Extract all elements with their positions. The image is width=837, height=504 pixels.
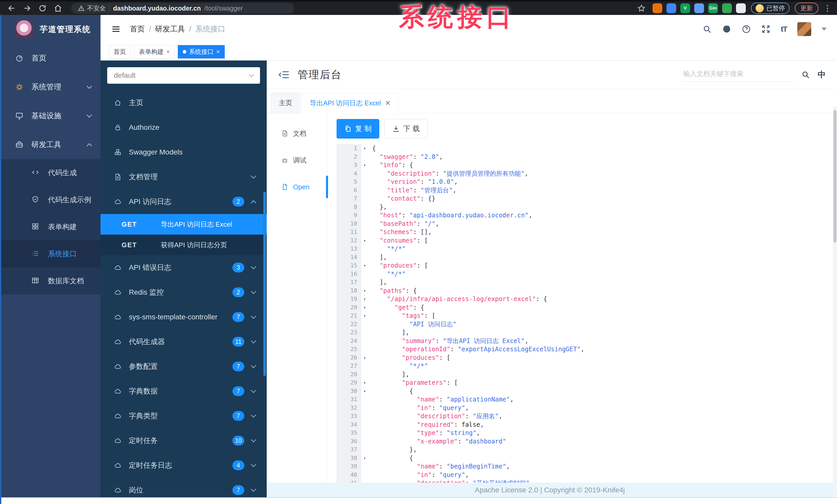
sidebar-subitem-1[interactable]: 代码生成示例 bbox=[0, 186, 101, 213]
fold-marker[interactable]: ▾ bbox=[361, 237, 372, 245]
extension-grid[interactable] bbox=[694, 3, 704, 13]
tag-表单构建[interactable]: 表单构建× bbox=[134, 45, 175, 58]
swagger-json-code[interactable]: 1▾{2 "swagger": "2.0",3▾ "info": {4 "des… bbox=[337, 144, 837, 487]
swagger-menu-item-8[interactable]: 代码生成器11 bbox=[101, 330, 267, 354]
sidebar-subitem-4[interactable]: 数据库文档 bbox=[0, 267, 101, 294]
sidebar-subitem-0[interactable]: 代码生成 bbox=[0, 159, 101, 186]
gear-icon bbox=[15, 83, 24, 91]
profile-chip[interactable]: 已暂停 bbox=[751, 3, 789, 14]
json-string: "*/*" bbox=[387, 245, 406, 253]
breadcrumb-item[interactable]: 首页 bbox=[130, 24, 145, 34]
browser-reload-button[interactable] bbox=[37, 2, 49, 14]
fold-marker[interactable]: ▾ bbox=[361, 261, 372, 270]
browser-back-button[interactable] bbox=[6, 2, 18, 14]
endpoint-label: 获得API 访问日志分页 bbox=[161, 241, 227, 249]
tag-close-icon[interactable]: × bbox=[166, 48, 170, 55]
sidebar-item-0[interactable]: 首页 bbox=[0, 44, 101, 73]
line-number: 27 bbox=[337, 362, 361, 370]
doc-tab-0[interactable]: 主页 bbox=[271, 92, 300, 113]
swagger-menu-item-6[interactable]: Redis 监控2 bbox=[101, 280, 267, 305]
doc-menu-调试[interactable]: 调试 bbox=[267, 147, 327, 173]
code-line-text: "in": "query", bbox=[372, 471, 469, 479]
swagger-menu-item-0[interactable]: 主页 bbox=[101, 90, 267, 115]
address-bar[interactable]: 不安全 dashboard.yudao.iocoder.cn/tool/swag… bbox=[71, 3, 294, 14]
fold-marker[interactable]: ▾ bbox=[361, 378, 372, 387]
fold-marker[interactable]: ▾ bbox=[361, 312, 372, 320]
github-icon[interactable] bbox=[722, 24, 731, 34]
swagger-menu-item-13[interactable]: 定时任务日志4 bbox=[101, 453, 267, 478]
fold-marker[interactable]: ▾ bbox=[361, 303, 372, 312]
sidebar-subitem-3[interactable]: 系统接口 bbox=[0, 240, 101, 267]
copy-button[interactable]: 复 制 bbox=[337, 119, 379, 138]
tag-系统接口[interactable]: 系统接口× bbox=[178, 45, 225, 58]
fold-marker[interactable]: ▾ bbox=[361, 387, 372, 396]
browser-menu-icon[interactable]: ⋮ bbox=[824, 4, 831, 12]
security-warning[interactable]: 不安全 bbox=[78, 4, 106, 12]
font-size-icon[interactable]: tT bbox=[781, 25, 787, 34]
swagger-menu-item-2[interactable]: Swagger Models bbox=[101, 140, 267, 165]
fold-marker[interactable]: ▾ bbox=[361, 161, 372, 169]
extension-gin[interactable]: Gin bbox=[708, 3, 718, 13]
doc-search-input[interactable]: 输入文档关键字搜索 bbox=[683, 68, 794, 82]
extension-drop[interactable] bbox=[666, 3, 676, 13]
fold-marker[interactable]: ▾ bbox=[361, 287, 372, 295]
app-logo[interactable]: 芋道管理系统 bbox=[0, 15, 101, 44]
extension-green[interactable] bbox=[722, 3, 732, 13]
bookmark-star-icon[interactable] bbox=[636, 2, 647, 14]
search-icon[interactable] bbox=[702, 24, 712, 34]
browser-home-button[interactable] bbox=[52, 2, 64, 14]
swagger-menu-item-12[interactable]: 定时任务10 bbox=[101, 428, 267, 453]
doc-menu-文档[interactable]: 文档 bbox=[267, 120, 327, 147]
browser-forward-button[interactable] bbox=[21, 2, 33, 14]
swagger-menu-item-4[interactable]: API 访问日志2 bbox=[101, 189, 267, 214]
chevron-down-icon bbox=[251, 362, 256, 368]
extension-orange[interactable] bbox=[653, 3, 662, 13]
fold-marker bbox=[361, 278, 372, 287]
swagger-menu-item-3[interactable]: 文档管理 bbox=[101, 165, 267, 189]
fold-marker[interactable]: ▾ bbox=[361, 295, 372, 303]
api-group-select[interactable]: default bbox=[107, 67, 260, 84]
code-line-text: "x-example": "dashboard" bbox=[372, 437, 506, 446]
swagger-sidebar-scrollbar[interactable] bbox=[263, 192, 266, 376]
language-toggle[interactable]: 中 bbox=[818, 69, 826, 80]
tag-首页[interactable]: 首页 bbox=[109, 45, 131, 58]
doc-menu-Open[interactable]: Open bbox=[267, 173, 327, 200]
sidebar-item-2[interactable]: 基础设施 bbox=[0, 101, 101, 130]
swagger-endpoint-1[interactable]: GET获得API 访问日志分页 bbox=[101, 235, 267, 255]
page-scrollbar[interactable] bbox=[833, 107, 837, 497]
extension-paw[interactable] bbox=[736, 3, 746, 13]
code-token bbox=[372, 413, 417, 420]
swagger-menu-item-9[interactable]: 参数配置7 bbox=[101, 354, 267, 379]
swagger-endpoint-0[interactable]: GET导出API 访问日志 Excel bbox=[101, 214, 267, 235]
hamburger-icon[interactable] bbox=[111, 24, 121, 34]
swagger-menu-item-5[interactable]: API 错误日志3 bbox=[101, 255, 267, 280]
tab-close-icon[interactable]: ✕ bbox=[385, 99, 391, 107]
user-avatar[interactable] bbox=[797, 22, 811, 36]
fullscreen-icon[interactable] bbox=[761, 24, 770, 34]
sidebar-subitem-label: 数据库文档 bbox=[48, 276, 91, 286]
page-scrollbar-thumb[interactable] bbox=[833, 110, 836, 243]
sidebar-subitem-2[interactable]: 表单构建 bbox=[0, 213, 101, 240]
download-button[interactable]: 下 载 bbox=[385, 119, 428, 138]
swagger-menu-item-1[interactable]: Authorize bbox=[101, 115, 267, 140]
doc-tab-1[interactable]: 导出API 访问日志 Excel✕ bbox=[302, 93, 399, 113]
tag-close-icon[interactable]: × bbox=[216, 48, 220, 55]
extension-vue[interactable]: V bbox=[680, 3, 690, 13]
breadcrumb-item[interactable]: 研发工具 bbox=[155, 24, 185, 34]
json-key: "description" bbox=[387, 170, 435, 177]
fold-marker[interactable]: ▾ bbox=[361, 454, 372, 463]
swagger-menu-item-7[interactable]: sys-sms-template-controller7 bbox=[101, 305, 267, 330]
fold-marker[interactable]: ▾ bbox=[361, 354, 372, 362]
sidebar-item-3[interactable]: 研发工具 bbox=[0, 130, 101, 159]
update-chip[interactable]: 更新 bbox=[795, 3, 818, 14]
swagger-menu-item-11[interactable]: 字典类型7 bbox=[101, 404, 267, 428]
doc-search-icon[interactable] bbox=[801, 70, 810, 79]
sidebar-item-1[interactable]: 系统管理 bbox=[0, 73, 101, 101]
fold-marker[interactable]: ▾ bbox=[361, 144, 372, 153]
help-icon[interactable] bbox=[742, 24, 751, 34]
json-key: "produces" bbox=[379, 262, 417, 269]
swagger-menu-item-10[interactable]: 字典数据7 bbox=[101, 379, 267, 404]
doc-tab-label: 导出API 访问日志 Excel bbox=[310, 99, 381, 108]
collapse-menu-icon[interactable] bbox=[278, 69, 290, 81]
avatar-caret-icon[interactable] bbox=[821, 27, 827, 33]
